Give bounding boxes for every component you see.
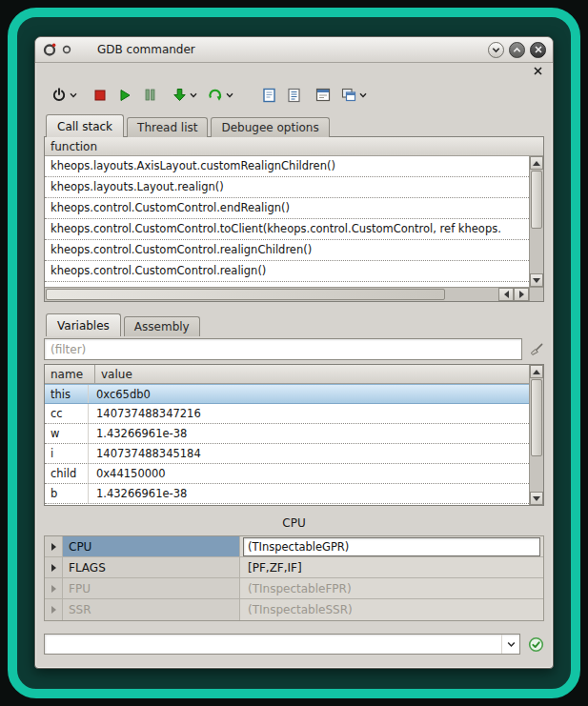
callstack-panel: function kheops.layouts.AxisLayout.custo…	[44, 136, 544, 302]
scroll-down-icon[interactable]	[530, 492, 543, 505]
variable-value: 140737488347216	[89, 404, 529, 423]
scroll-track[interactable]	[45, 288, 498, 301]
close-button-icon[interactable]	[530, 42, 546, 58]
step-over-button[interactable]	[206, 86, 235, 104]
table-row[interactable]: cc 140737488347216	[45, 404, 529, 424]
cpu-row[interactable]: SSR (TInspectableSSR)	[45, 599, 543, 620]
tab-call-stack[interactable]: Call stack	[46, 114, 124, 137]
tab-thread-list[interactable]: Thread list	[127, 117, 208, 137]
windows-menu-icon	[341, 88, 356, 102]
cpu-panel-title: CPU	[44, 514, 544, 535]
stop-button[interactable]	[92, 88, 108, 103]
scroll-right-icon[interactable]	[514, 288, 529, 301]
step-over-menu-chevron-icon	[226, 92, 233, 98]
message-window-button[interactable]	[314, 86, 333, 104]
callstack-row[interactable]: kheops.control.CustomControl.realignChil…	[45, 240, 529, 261]
tab-assembly[interactable]: Assembly	[124, 316, 200, 336]
output-view-icon	[262, 88, 276, 103]
command-log-button[interactable]	[285, 86, 303, 105]
cpu-value-editor[interactable]	[243, 537, 540, 556]
pause-icon	[144, 89, 156, 101]
register-group-name[interactable]: CPU	[63, 536, 240, 556]
dock-close-icon[interactable]	[534, 67, 542, 75]
combo-dropdown-icon[interactable]	[501, 635, 519, 654]
tab-debugee-options[interactable]: Debugee options	[211, 117, 329, 137]
callstack-row[interactable]: kheops.control.CustomControl.realign()	[45, 261, 529, 282]
table-row[interactable]: i 140737488345184	[45, 444, 529, 464]
callstack-column-header[interactable]: function	[45, 137, 543, 156]
cpu-grid: CPU FLAGS [PF,ZF,IF] FPU (TInspectableFP…	[44, 535, 544, 621]
shade-button-icon[interactable]	[488, 42, 504, 58]
windows-menu-button[interactable]	[339, 86, 369, 104]
filter-row	[44, 337, 544, 361]
variables-value-header[interactable]: value	[95, 365, 529, 383]
scroll-track[interactable]	[530, 378, 543, 492]
variable-name: cc	[45, 404, 89, 423]
register-group-value: [PF,ZF,IF]	[240, 557, 543, 577]
power-button[interactable]	[50, 86, 79, 105]
cpu-row[interactable]: CPU	[45, 536, 543, 557]
scroll-track[interactable]	[530, 170, 543, 273]
register-group-value	[240, 536, 543, 556]
scroll-down-icon[interactable]	[530, 273, 543, 287]
clear-filter-icon[interactable]	[529, 342, 544, 357]
splitter[interactable]	[44, 302, 544, 310]
scroll-thumb[interactable]	[46, 289, 445, 300]
screenshot-stage: GDB commander	[0, 0, 588, 706]
table-row[interactable]: b 1.43266961e-38	[45, 484, 529, 504]
callstack-vertical-scrollbar[interactable]	[529, 156, 543, 287]
table-row[interactable]: this 0xc65db0	[45, 384, 529, 404]
continue-button[interactable]	[116, 87, 133, 104]
step-into-button[interactable]	[171, 86, 199, 104]
register-group-value-text: (TInspectableFPR)	[243, 582, 352, 595]
command-input[interactable]	[45, 635, 501, 654]
power-menu-chevron-icon	[70, 92, 77, 98]
callstack-row[interactable]: kheops.layouts.Layout.realign()	[45, 177, 529, 198]
stop-icon	[94, 90, 106, 101]
callstack-row[interactable]: kheops.layouts.AxisLayout.customRealignC…	[45, 156, 529, 177]
register-group-name[interactable]: FPU	[63, 578, 240, 598]
maximize-button-icon[interactable]	[509, 42, 525, 58]
send-ok-icon[interactable]	[528, 636, 544, 653]
command-combobox[interactable]	[44, 634, 520, 655]
output-view-button[interactable]	[260, 86, 278, 105]
variables-name-header[interactable]: name	[45, 365, 95, 383]
expand-arrow-icon[interactable]	[45, 578, 63, 598]
callstack-horizontal-scrollbar[interactable]	[45, 287, 529, 301]
scroll-up-icon[interactable]	[530, 365, 543, 378]
cpu-row[interactable]: FLAGS [PF,ZF,IF]	[45, 557, 543, 578]
variable-value: 1.43266961e-38	[89, 484, 529, 503]
pause-button[interactable]	[142, 87, 158, 103]
variable-name: b	[45, 484, 89, 503]
table-row[interactable]: child 0x44150000	[45, 464, 529, 484]
message-window-icon	[315, 88, 331, 102]
app-icon	[42, 42, 57, 57]
expand-arrow-icon[interactable]	[45, 599, 63, 620]
filter-input[interactable]	[44, 338, 522, 360]
scroll-left-icon[interactable]	[498, 288, 514, 301]
command-log-icon	[287, 88, 301, 103]
variable-value: 1.43266961e-38	[89, 424, 529, 443]
dock-header	[44, 63, 544, 79]
register-group-value: (TInspectableFPR)	[240, 578, 543, 598]
variable-value: 0x44150000	[89, 464, 529, 483]
tab-variables[interactable]: Variables	[46, 313, 121, 336]
scroll-up-icon[interactable]	[530, 156, 543, 170]
scroll-thumb[interactable]	[531, 171, 542, 229]
register-group-value-text: [PF,ZF,IF]	[243, 561, 302, 575]
titlebar[interactable]: GDB commander	[35, 37, 553, 63]
scroll-thumb[interactable]	[531, 379, 542, 456]
register-group-name[interactable]: FLAGS	[63, 557, 240, 577]
step-over-icon	[208, 88, 223, 102]
variables-vertical-scrollbar[interactable]	[529, 365, 543, 505]
callstack-row[interactable]: kheops.control.CustomControl.toClient(kh…	[45, 219, 529, 240]
widget-icon	[62, 45, 71, 54]
window-title: GDB commander	[97, 43, 195, 56]
callstack-row[interactable]: kheops.control.CustomControl.endRealign(…	[45, 198, 529, 219]
expand-arrow-icon[interactable]	[45, 557, 63, 577]
table-row[interactable]: w 1.43266961e-38	[45, 424, 529, 444]
register-group-name[interactable]: SSR	[63, 599, 240, 620]
variables-header-row: name value	[45, 365, 529, 384]
expand-arrow-icon[interactable]	[45, 536, 63, 556]
cpu-row[interactable]: FPU (TInspectableFPR)	[45, 578, 543, 599]
